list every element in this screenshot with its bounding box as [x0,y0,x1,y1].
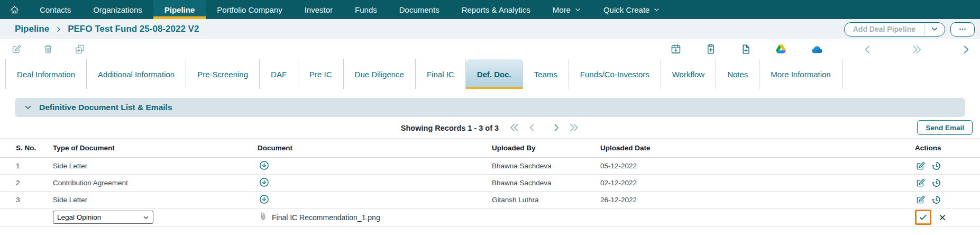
history-row-button[interactable] [931,160,942,171]
cell-uploaded-date: 02-12-2022 [600,175,891,192]
nav-item-pipeline[interactable]: Pipeline [153,0,206,19]
document-type-select-wrap: Legal Opinion [53,211,153,224]
double-chevron-right-icon [911,44,922,55]
previous-record-button[interactable] [862,44,873,55]
cell-uploaded-by: Bhawna Sachdeva [492,175,600,192]
nav-item-reports-analytics[interactable]: Reports & Analytics [451,0,542,19]
cell-sno: 2 [0,175,53,192]
breadcrumb-root[interactable]: Pipeline [15,24,49,34]
column-header-uploaded-date: Uploaded Date [600,139,891,158]
download-document-button[interactable] [259,194,270,205]
ellipsis-icon [958,24,967,34]
cell-type: Contribution Agreement [53,175,258,192]
double-chevron-right-icon [568,122,579,133]
pagination-summary: Showing Records 1 - 3 of 3 [401,123,499,132]
x-icon [938,213,947,222]
duplicate-icon [74,43,86,55]
download-document-button[interactable] [259,177,270,188]
column-header-sno: S. No. [0,139,53,158]
nav-item-investor[interactable]: Investor [294,0,344,19]
edit-record-button[interactable] [11,43,22,55]
cell-uploaded-by: Gitansh Luthra [492,192,600,209]
onedrive-icon [810,42,824,56]
edit-row-button[interactable] [915,194,926,205]
section-header-definitive-documents[interactable]: Definitive Document List & Emails [15,98,965,117]
tab-deal-information[interactable]: Deal Information [5,59,87,89]
history-icon [931,177,942,188]
edit-row-button[interactable] [915,160,926,171]
confirm-attachment-button[interactable] [915,210,931,225]
file-add-icon [740,43,752,55]
edit-row-button[interactable] [915,177,926,188]
nav-item-organizations[interactable]: Organizations [82,0,153,19]
last-record-button[interactable] [911,44,922,55]
app-window: Contacts Organizations Pipeline Portfoli… [0,0,980,235]
document-type-select[interactable]: Legal Opinion [53,211,153,224]
list-header: Showing Records 1 - 3 of 3 Send Email [0,117,980,138]
duplicate-record-button[interactable] [74,43,86,55]
tab-due-diligence[interactable]: Due Diligence [344,59,416,89]
first-page-button[interactable] [509,122,520,133]
pagination: Showing Records 1 - 3 of 3 [401,122,579,133]
cell-uploaded-by: Bhawna Sachdeva [492,158,600,175]
nav-item-quick-create[interactable]: Quick Create [592,0,672,19]
table-row: 3 Side Letter Gitansh Luthra 26-12-2022 [0,192,980,209]
tab-notes[interactable]: Notes [716,59,759,89]
google-drive-button[interactable] [775,43,787,56]
tab-pre-screening[interactable]: Pre-Screening [186,59,260,89]
nav-item-portfolio-company[interactable]: Portfolio Company [206,0,293,19]
add-deal-pipeline-button[interactable]: Add Deal Pipeline [845,23,924,36]
cell-type: Side Letter [53,192,258,209]
tab-final-ic[interactable]: Final IC [416,59,466,89]
chevron-down-icon [930,25,939,33]
tab-daf[interactable]: DAF [260,59,298,89]
table-row: 2 Contribution Agreement Bhawna Sachdeva… [0,175,980,192]
download-icon [259,194,270,205]
tab-def-doc[interactable]: Def. Doc. [466,59,523,89]
history-row-button[interactable] [931,194,942,205]
table-row: 1 Side Letter Bhawna Sachdeva 05-12-2022 [0,158,980,175]
breadcrumb-bar: Pipeline PEFO Test Fund 25-08-2022 V2 Ad… [0,19,980,39]
edit-icon [11,43,22,55]
nav-item-funds[interactable]: Funds [344,0,388,19]
tab-pre-ic[interactable]: Pre IC [298,59,344,89]
add-event-button[interactable] [670,43,682,55]
send-email-button[interactable]: Send Email [917,120,973,135]
tab-teams[interactable]: Teams [523,59,569,89]
cell-uploaded-date: 05-12-2022 [600,158,891,175]
nav-item-documents[interactable]: Documents [388,0,451,19]
add-deal-pipeline-split-button: Add Deal Pipeline [844,22,945,37]
add-file-button[interactable] [740,43,752,55]
download-document-button[interactable] [259,160,270,171]
previous-page-button[interactable] [527,123,537,133]
last-page-button[interactable] [568,122,579,133]
more-options-button[interactable] [950,22,975,37]
column-header-uploaded-by: Uploaded By [492,139,600,158]
calendar-add-icon [670,43,682,55]
tab-more-information[interactable]: More Information [759,59,842,89]
download-icon [259,160,270,171]
add-note-button[interactable] [705,43,717,55]
tab-additional-information[interactable]: Additional Information [87,59,186,89]
chevron-right-icon [55,26,62,33]
record-tabs: Deal Information Additional Information … [0,59,980,89]
home-button[interactable] [0,0,29,19]
onedrive-button[interactable] [810,42,824,56]
section-title: Definitive Document List & Emails [39,103,172,112]
chevron-down-icon [653,6,660,13]
history-row-button[interactable] [931,177,942,188]
add-deal-pipeline-dropdown[interactable] [924,23,945,36]
column-header-type: Type of Document [53,139,258,158]
nav-item-more[interactable]: More [542,0,592,19]
tab-funds-co-investors[interactable]: Funds/Co-Investors [569,59,661,89]
breadcrumb-current: PEFO Test Fund 25-08-2022 V2 [68,24,199,34]
cell-sno: 1 [0,158,53,175]
delete-record-button[interactable] [42,43,54,55]
nav-item-contacts[interactable]: Contacts [29,0,82,19]
tab-workflow[interactable]: Workflow [661,59,716,89]
new-document-row: Legal Opinion Final IC Recommendation_1.… [0,209,980,227]
next-page-button[interactable] [551,123,561,133]
next-record-button[interactable] [960,44,972,55]
collapse-chevron-icon[interactable] [24,103,32,112]
cancel-attachment-button[interactable] [938,213,947,222]
